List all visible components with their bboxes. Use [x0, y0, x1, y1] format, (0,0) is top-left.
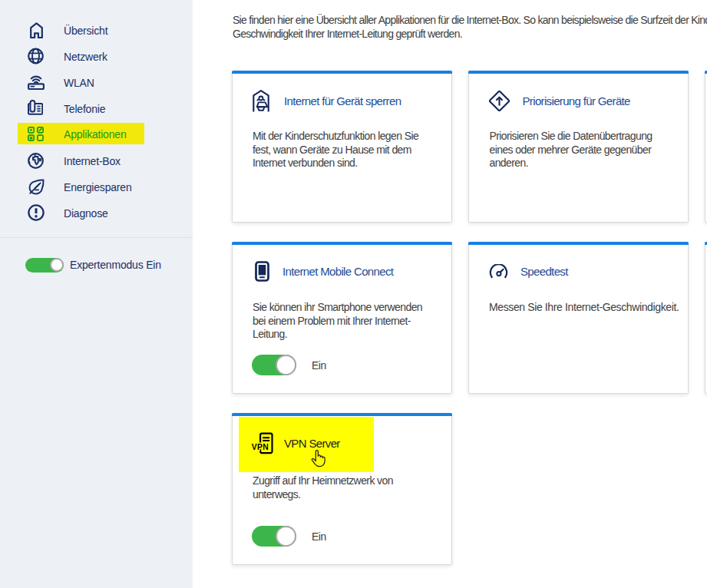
svg-text:VPN: VPN: [251, 442, 268, 451]
